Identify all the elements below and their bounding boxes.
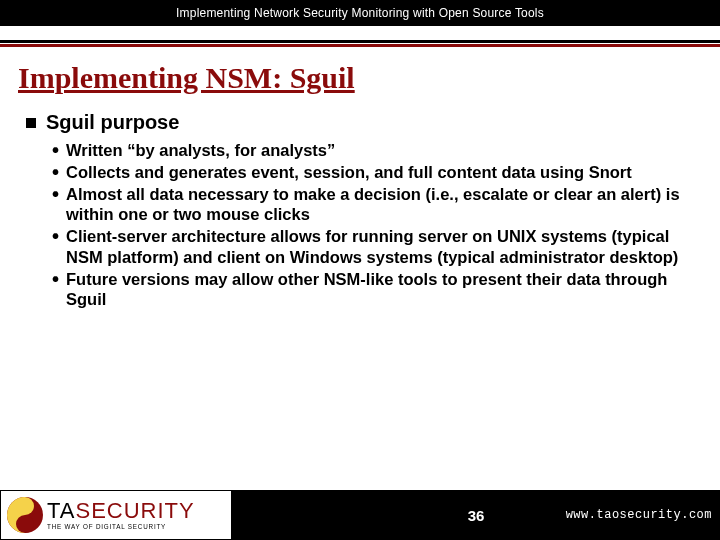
header-title-bar: Implementing Network Security Monitoring…: [0, 0, 720, 26]
brand-text: TASECURITY THE WAY OF DIGITAL SECURITY: [47, 500, 195, 530]
section-heading-row: Sguil purpose: [26, 111, 694, 134]
divider-red: [0, 44, 720, 47]
section-heading: Sguil purpose: [46, 111, 179, 134]
brand-name-right: SECURITY: [75, 498, 194, 523]
divider-dark: [0, 40, 720, 43]
bullet-text: Written “by analysts, for analysts”: [66, 140, 335, 161]
brand-name-left: TA: [47, 498, 75, 523]
header-title: Implementing Network Security Monitoring…: [176, 6, 544, 20]
logo: TASECURITY THE WAY OF DIGITAL SECURITY: [0, 490, 232, 540]
list-item: • Written “by analysts, for analysts”: [52, 140, 694, 161]
bullet-icon: •: [52, 140, 59, 160]
bullet-text: Client-server architecture allows for ru…: [66, 226, 694, 268]
bullet-icon: •: [52, 226, 59, 246]
footer-bar: 36 www.taosecurity.com: [232, 490, 720, 540]
bullet-icon: •: [52, 269, 59, 289]
slide-body: Sguil purpose • Written “by analysts, fo…: [26, 111, 694, 310]
list-item: • Client-server architecture allows for …: [52, 226, 694, 268]
slide-title: Implementing NSM: Sguil: [18, 61, 720, 95]
yinyang-icon: [7, 497, 43, 533]
footer-url: www.taosecurity.com: [566, 508, 712, 522]
bullet-list: • Written “by analysts, for analysts” • …: [52, 140, 694, 310]
bullet-icon: •: [52, 184, 59, 204]
bullet-icon: •: [52, 162, 59, 182]
bullet-text: Collects and generates event, session, a…: [66, 162, 632, 183]
bullet-text: Future versions may allow other NSM-like…: [66, 269, 694, 311]
bullet-text: Almost all data necessary to make a deci…: [66, 184, 694, 226]
brand-tagline: THE WAY OF DIGITAL SECURITY: [47, 524, 195, 530]
list-item: • Future versions may allow other NSM-li…: [52, 269, 694, 311]
list-item: • Almost all data necessary to make a de…: [52, 184, 694, 226]
list-item: • Collects and generates event, session,…: [52, 162, 694, 183]
brand-name: TASECURITY: [47, 500, 195, 522]
page-number: 36: [468, 507, 485, 524]
slide: Implementing Network Security Monitoring…: [0, 0, 720, 540]
square-bullet-icon: [26, 118, 36, 128]
footer: TASECURITY THE WAY OF DIGITAL SECURITY 3…: [0, 490, 720, 540]
